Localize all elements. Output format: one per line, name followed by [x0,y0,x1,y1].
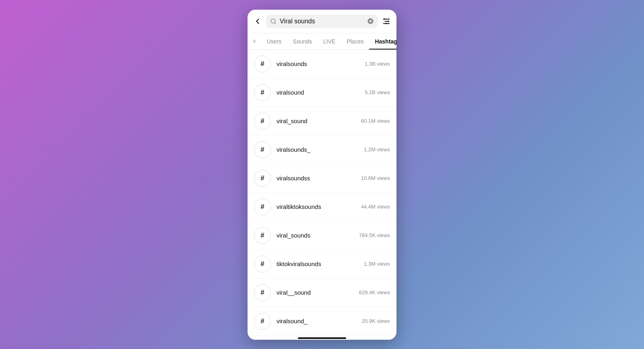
tab-live[interactable]: LIVE [318,33,341,50]
list-item[interactable]: # viralsounds 1.3B views [248,50,396,78]
hashtag-icon: # [254,170,271,187]
hashtag-icon: # [254,313,271,330]
svg-point-10 [388,21,390,22]
hashtag-icon: # [254,113,271,130]
tab-users[interactable]: Users [261,33,287,50]
tabs-bar: s Users Sounds LIVE Places Hashtags [248,33,396,50]
hashtag-icon: # [254,141,271,158]
views-count: 629.4K views [359,289,390,295]
hashtag-name: viral_sounds [277,232,353,239]
hashtag-icon: # [254,256,271,273]
list-item[interactable]: # viralsound_ 20.9K views [248,307,396,336]
home-indicator [298,337,346,339]
hashtag-name: viralsoundss [277,175,355,182]
hashtag-icon: # [254,284,271,301]
phone-container: s Users Sounds LIVE Places Hashtags # vi… [248,10,396,340]
list-item[interactable]: # viralsoundss 10.6M views [248,164,396,193]
tab-hashtags[interactable]: Hashtags [369,33,396,50]
views-count: 44.4M views [361,204,390,210]
views-count: 20.9K views [362,318,390,324]
list-item[interactable]: # viralsound 5.2B views [248,78,396,107]
views-count: 60.1M views [361,118,390,124]
list-item[interactable]: # viral_sounds 784.5K views [248,221,396,250]
hashtag-name: viral_sound [277,118,355,124]
list-item[interactable]: # viraltiktoksounds 44.4M views [248,193,396,221]
hashtag-name: viralsound [277,89,359,96]
list-item[interactable]: # viral__sound 629.4K views [248,279,396,307]
views-count: 1.3B views [365,61,390,67]
views-count: 784.5K views [359,232,390,238]
clear-button[interactable] [367,18,374,25]
list-item[interactable]: # tiktokviralsounds 1.3M views [248,250,396,279]
hashtag-icon: # [254,56,271,72]
svg-point-9 [384,18,385,20]
bottom-bar [248,338,396,340]
hashtag-name: viraltiktoksounds [277,203,355,210]
search-input[interactable] [280,18,364,25]
hashtag-name: viralsounds [277,60,359,67]
views-count: 1.2M views [364,147,390,153]
list-item[interactable]: # viralsounds_ 1.2M views [248,136,396,164]
hashtag-results-list: # viralsounds 1.3B views # viralsound 5.… [248,50,396,338]
hashtag-name: viralsound_ [277,318,356,324]
tab-places[interactable]: Places [341,33,369,50]
hashtag-icon: # [254,198,271,215]
views-count: 1.3M views [364,261,390,267]
views-count: 5.2B views [365,89,390,95]
list-item[interactable]: # viral_sound 60.1M views [248,107,396,136]
tab-sounds[interactable]: Sounds [287,33,318,50]
tab-top[interactable]: s [248,33,261,50]
back-button[interactable] [253,17,262,26]
filter-button[interactable] [382,17,391,26]
search-input-wrapper [266,14,378,28]
svg-point-12 [386,23,387,24]
search-bar [248,10,396,33]
hashtag-icon: # [254,227,271,244]
hashtag-name: viralsounds_ [277,146,358,153]
hashtag-name: viral__sound [277,289,353,296]
search-icon [270,18,277,25]
hashtag-icon: # [254,84,271,101]
svg-line-1 [275,23,276,24]
views-count: 10.6M views [361,175,390,181]
hashtag-name: tiktokviralsounds [277,260,358,267]
